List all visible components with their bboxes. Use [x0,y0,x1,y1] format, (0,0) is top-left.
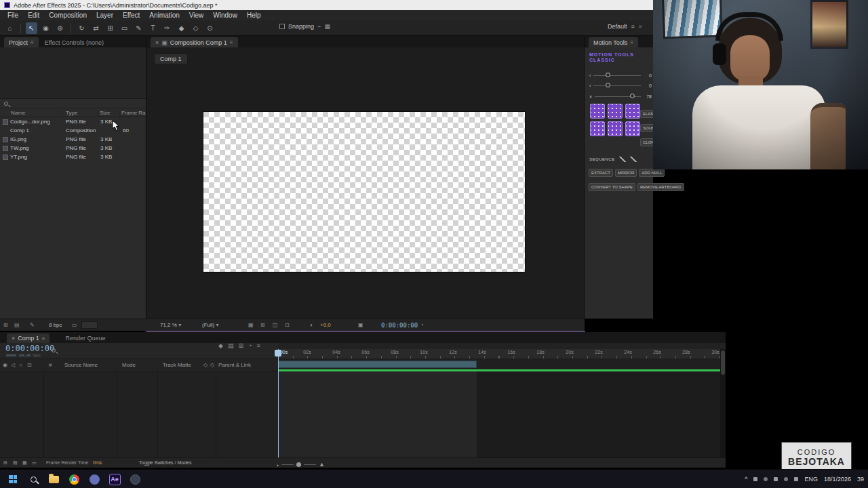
shape-tool-icon[interactable]: ▭ [119,22,130,34]
eraser-tool-icon[interactable]: ◇ [190,22,201,34]
tray-overflow-chevron[interactable]: ^ [745,476,747,483]
lock-icon[interactable]: ⊡ [27,362,32,368]
close-icon[interactable]: × [155,39,159,46]
video-eye-icon[interactable]: ◉ [3,362,7,368]
link-icon[interactable]: ◇ [210,362,214,368]
expand-c-icon[interactable]: ▦ [22,460,27,466]
panel-menu-icon[interactable]: ≡ [31,39,34,45]
preset-cell[interactable] [608,121,623,136]
composition-mini-icon[interactable]: ◆ [218,342,223,349]
extract-button[interactable]: EXTRACT [589,169,613,177]
convert-to-shape-button[interactable]: CONVERT TO SHAPE [589,183,635,191]
project-row[interactable]: TW.png PNG file 3 KB [0,144,146,152]
tab-project[interactable]: Project ≡ [4,37,39,47]
comp-mini-flowchart-chip[interactable]: Comp 1 [154,54,188,64]
stamp-tool-icon[interactable]: ◆ [176,22,187,34]
rotate-tool-icon[interactable]: ↻ [76,22,87,34]
grid-options-icon[interactable]: ▦ [324,23,330,30]
draft3d-icon[interactable]: ▤ [228,342,234,349]
graph-editor-icon[interactable]: ≡ [256,342,260,349]
discord-button[interactable] [87,472,102,487]
viewer-timecode[interactable]: 0:00:00:00 [381,322,418,329]
magnification-dropdown[interactable]: 71,2 % ▾ [160,322,181,328]
toolbar-overflow-icon[interactable]: » [639,23,642,30]
composition-canvas[interactable] [203,112,525,272]
notification-count-badge[interactable]: 39 [857,476,864,483]
panel-menu-icon[interactable]: ≡ [230,39,233,45]
audio-icon[interactable]: ◁ [11,362,15,368]
timeline-scrollbar[interactable] [720,349,726,458]
work-area-bar[interactable] [278,361,477,368]
tab-motion-tools[interactable]: Motion Tools ≡ [589,37,638,47]
mirror-button[interactable]: MIRROR [615,169,637,177]
col-frame-rate[interactable]: Frame Ra [121,110,146,116]
col-source-name[interactable]: Source Name [64,362,98,368]
comp-duration-region[interactable] [278,371,477,458]
expand-d-icon[interactable]: ▭ [32,460,37,466]
menu-item-animation[interactable]: Animation [144,12,184,19]
timeline-search-icon[interactable] [52,348,56,352]
menu-item-effect[interactable]: Effect [118,12,144,19]
selection-tool-icon[interactable]: ↖ [26,22,37,34]
search-button[interactable] [26,472,41,487]
solo-icon[interactable]: ○ [19,362,22,368]
region-of-interest-icon[interactable]: ⊡ [285,322,290,328]
file-explorer-button[interactable] [46,472,61,487]
preset-cell[interactable] [625,121,640,136]
expand-b-icon[interactable]: ▤ [13,460,18,466]
channel-icon[interactable]: ◑ [309,322,313,328]
interpret-footage-icon[interactable]: ✎ [30,322,35,328]
slider-knob[interactable] [606,83,610,87]
network-icon[interactable] [784,477,788,481]
mask-visibility-icon[interactable]: ◫ [273,322,278,328]
toggle-switches-button[interactable]: Toggle Switches / Modes [139,460,191,465]
volume-icon[interactable] [794,477,798,481]
timeline-body[interactable] [0,371,720,458]
zoom-slider-knob[interactable] [296,462,301,467]
app-button[interactable] [127,472,142,487]
close-small-icon[interactable]: × [589,94,592,99]
fast-previews-icon[interactable]: ▦ [248,322,254,328]
chevron-left-icon[interactable]: ‹ [589,83,591,88]
project-row[interactable]: IG.png PNG file 3 KB [0,135,146,144]
parent-pickwhip-icon[interactable]: ◇ [203,362,208,368]
workspace-selector[interactable]: Default [608,23,627,30]
bpc-button[interactable]: 8 bpc [49,322,62,328]
delete-icon[interactable]: ▭ [72,322,77,328]
home-tool-icon[interactable]: ⌂ [4,22,16,34]
col-track-matte[interactable]: Track Matte [163,362,191,368]
col-number[interactable]: # [49,362,52,368]
tab-timeline-comp[interactable]: × Comp 1 ≡ [7,333,50,343]
frame-blend-icon[interactable]: ⊞ [238,342,243,349]
expand-a-icon[interactable]: ⊞ [3,460,7,466]
tray-app-icon[interactable] [753,477,757,481]
project-flowchart-icon[interactable]: ⊞ [3,322,8,328]
project-row[interactable]: YT.png PNG file 3 KB [0,152,146,161]
project-list-icon[interactable]: ▤ [14,322,20,328]
resolution-dropdown[interactable]: (Full) ▾ [202,322,218,328]
menu-item-window[interactable]: Window [208,12,242,19]
preset-cell[interactable] [590,104,605,119]
pen-tool-icon[interactable]: ✎ [133,22,144,34]
snapshot-icon[interactable]: ▣ [358,322,363,328]
col-type[interactable]: Type [66,110,77,116]
current-timecode[interactable]: 0:00:00:00 [5,344,54,353]
preset-cell[interactable] [625,104,640,119]
transparency-grid-icon[interactable]: ⊞ [260,322,265,328]
menu-item-file[interactable]: File [3,12,23,19]
hand-tool-icon[interactable]: ◉ [40,22,52,34]
scrollbar-thumb[interactable] [721,350,725,375]
tab-composition[interactable]: × ▣ Composition Comp 1 ≡ [151,37,238,47]
chevron-left-icon[interactable]: ‹ [589,73,591,78]
col-name[interactable]: Name [11,110,25,116]
puppet-tool-icon[interactable]: ⊙ [204,22,216,34]
camera-tool-icon[interactable]: ⇄ [90,22,102,34]
after-effects-button[interactable]: Ae [107,472,122,487]
preset-cell[interactable] [608,104,623,119]
panel-menu-icon[interactable]: ≡ [42,336,45,342]
project-search[interactable] [0,99,146,108]
clock-date[interactable]: 18/1/2026 [824,476,851,483]
preset-cell[interactable] [590,121,605,136]
menu-item-layer[interactable]: Layer [92,12,118,19]
slider-knob[interactable] [606,73,610,77]
